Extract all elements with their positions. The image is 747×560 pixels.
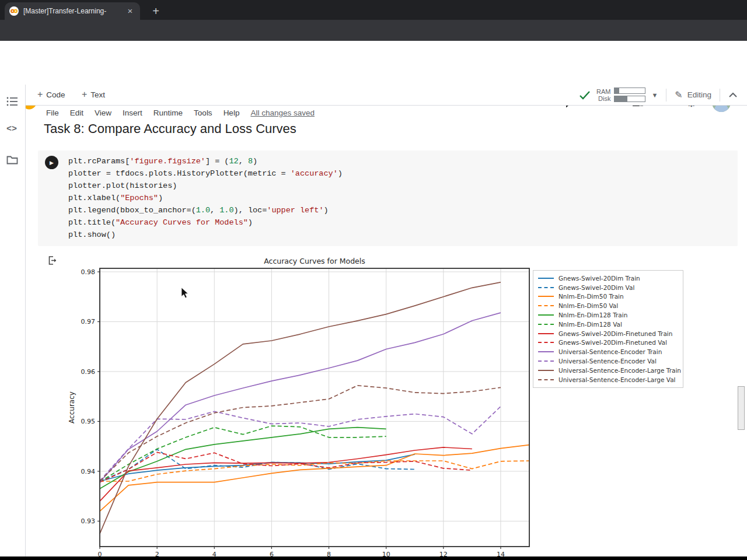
menu-item-tools[interactable]: Tools bbox=[194, 108, 212, 117]
resource-usage-bars[interactable] bbox=[614, 88, 645, 102]
add-text-label: Text bbox=[90, 90, 105, 99]
chart-legend: Gnews-Swivel-20Dim TrainGnews-Swivel-20D… bbox=[533, 270, 683, 388]
legend-line-sample bbox=[538, 379, 554, 380]
colab-header: [Master]Transfer-Learning-NLP-TF-Hub.ipy… bbox=[0, 41, 747, 85]
table-of-contents-icon[interactable] bbox=[6, 96, 18, 107]
colab-favicon-icon bbox=[9, 6, 19, 16]
markdown-section-title[interactable]: Task 8: Compare Accuracy and Loss Curves bbox=[44, 121, 296, 136]
colab-notebook-page: { "browser": { "tab_title": "[Master]Tra… bbox=[0, 0, 747, 560]
svg-text:0.96: 0.96 bbox=[81, 368, 96, 376]
legend-line-sample bbox=[538, 287, 554, 288]
pencil-icon: ✎ bbox=[675, 89, 682, 100]
legend-line-sample bbox=[538, 342, 554, 343]
plus-icon: + bbox=[37, 89, 43, 100]
legend-label: Universal-Sentence-Encoder Train bbox=[558, 348, 662, 355]
legend-line-sample bbox=[538, 296, 554, 297]
disk-usage-bar bbox=[614, 96, 645, 102]
legend-item: Nnlm-En-Dim128 Train bbox=[538, 310, 678, 320]
mouse-cursor bbox=[181, 287, 189, 299]
add-text-button[interactable]: + Text bbox=[82, 89, 105, 100]
legend-label: Nnlm-En-Dim50 Train bbox=[558, 293, 624, 300]
menu-item-insert[interactable]: Insert bbox=[123, 108, 142, 117]
code-line: plt.legend(bbox_to_anchor=(1.0, 1.0), lo… bbox=[68, 204, 343, 216]
editing-label: Editing bbox=[687, 90, 711, 99]
legend-label: Nnlm-En-Dim50 Val bbox=[558, 302, 618, 309]
svg-text:0.97: 0.97 bbox=[81, 318, 96, 326]
toolbar-divider bbox=[666, 89, 666, 102]
code-line: plotter = tfdocs.plots.HistoryPlotter(me… bbox=[68, 167, 343, 180]
legend-item: Universal-Sentence-Encoder-Large Train bbox=[538, 366, 678, 375]
legend-label: Gnews-Swivel-20Dim Val bbox=[558, 284, 634, 291]
disk-label: Disk bbox=[598, 95, 610, 102]
legend-label: Gnews-Swivel-20Dim-Finetuned Train bbox=[558, 330, 672, 337]
editing-mode-button[interactable]: ✎ Editing bbox=[675, 89, 711, 100]
legend-item: Gnews-Swivel-20Dim Train bbox=[538, 274, 678, 283]
resources-dropdown-icon[interactable]: ▼ bbox=[651, 92, 658, 99]
run-cell-button[interactable]: ▶ bbox=[45, 156, 58, 169]
legend-item: Gnews-Swivel-20Dim-Finetuned Train bbox=[538, 329, 678, 338]
menu-item-runtime[interactable]: Runtime bbox=[153, 108, 183, 117]
code-line: plt.title("Accuracy Curves for Models") bbox=[68, 216, 343, 229]
browser-url-bar: ← → colab.research.google.com /drive/16p… bbox=[0, 20, 747, 41]
legend-item: Nnlm-En-Dim50 Val bbox=[538, 301, 678, 310]
legend-line-sample bbox=[538, 314, 554, 316]
code-editor[interactable]: plt.rcParams['figure.figsize'] = (12, 8)… bbox=[68, 155, 343, 241]
left-sidebar: <> bbox=[0, 85, 26, 557]
legend-item: Nnlm-En-Dim50 Train bbox=[538, 292, 678, 302]
svg-text:0.94: 0.94 bbox=[81, 468, 96, 475]
add-code-label: Code bbox=[46, 90, 65, 99]
new-tab-button[interactable]: + bbox=[148, 4, 163, 19]
bottom-screen-bar bbox=[0, 556, 747, 560]
menu-item-file[interactable]: File bbox=[46, 108, 59, 117]
legend-label: Nnlm-En-Dim128 Val bbox=[558, 321, 622, 328]
menu-item-view[interactable]: View bbox=[95, 108, 111, 117]
svg-text:Accuracy: Accuracy bbox=[68, 391, 76, 424]
legend-item: Gnews-Swivel-20Dim Val bbox=[538, 283, 678, 292]
browser-tab[interactable]: [Master]Transfer-Learning- × bbox=[5, 2, 140, 20]
output-icon bbox=[48, 256, 57, 265]
legend-item: Universal-Sentence-Encoder Train bbox=[538, 347, 678, 356]
svg-text:0.93: 0.93 bbox=[81, 517, 96, 525]
code-cell[interactable]: ▶ plt.rcParams['figure.figsize'] = (12, … bbox=[38, 150, 738, 246]
legend-label: Gnews-Swivel-20Dim-Finetuned Val bbox=[558, 339, 667, 346]
code-snippets-icon[interactable]: <> bbox=[6, 124, 17, 134]
toolbar-divider bbox=[720, 89, 720, 102]
legend-label: Universal-Sentence-Encoder-Large Val bbox=[558, 376, 676, 383]
legend-label: Gnews-Swivel-20Dim Train bbox=[558, 275, 640, 282]
legend-line-sample bbox=[538, 351, 554, 352]
legend-line-sample bbox=[538, 324, 554, 325]
svg-text:Accuracy Curves for Models: Accuracy Curves for Models bbox=[264, 257, 365, 265]
menu-item-edit[interactable]: Edit bbox=[70, 108, 83, 117]
page-scrollbar-thumb[interactable] bbox=[738, 386, 745, 430]
legend-line-sample bbox=[538, 360, 554, 362]
menu-item-help[interactable]: Help bbox=[224, 108, 240, 117]
legend-item: Nnlm-En-Dim128 Val bbox=[538, 320, 678, 329]
legend-line-sample bbox=[538, 278, 554, 279]
menu-bar: FileEditViewInsertRuntimeToolsHelpAll ch… bbox=[46, 108, 315, 117]
legend-line-sample bbox=[538, 305, 554, 306]
plus-icon: + bbox=[82, 89, 87, 100]
legend-line-sample bbox=[538, 333, 554, 334]
legend-item: Universal-Sentence-Encoder-Large Val bbox=[538, 375, 678, 384]
browser-tab-strip: [Master]Transfer-Learning- × + bbox=[0, 0, 747, 20]
svg-text:0.95: 0.95 bbox=[81, 418, 96, 425]
connected-check-icon bbox=[579, 90, 591, 100]
autosave-status[interactable]: All changes saved bbox=[250, 108, 315, 117]
files-folder-icon[interactable] bbox=[6, 155, 18, 164]
legend-item: Universal-Sentence-Encoder Val bbox=[538, 356, 678, 366]
collapse-sections-icon[interactable] bbox=[728, 92, 738, 98]
ram-usage-bar bbox=[614, 88, 645, 94]
svg-text:0.98: 0.98 bbox=[81, 268, 96, 276]
legend-label: Universal-Sentence-Encoder-Large Train bbox=[558, 367, 681, 374]
code-line: plotter.plot(histories) bbox=[68, 180, 343, 192]
tab-close-icon[interactable]: × bbox=[125, 6, 135, 16]
tab-title: [Master]Transfer-Learning- bbox=[23, 7, 125, 15]
add-code-button[interactable]: + Code bbox=[37, 89, 65, 100]
legend-item: Gnews-Swivel-20Dim-Finetuned Val bbox=[538, 338, 678, 348]
code-line: plt.show() bbox=[68, 229, 343, 241]
cell-output-area: 0.930.940.950.960.970.9802468101214Accur… bbox=[38, 251, 738, 557]
code-line: plt.rcParams['figure.figsize'] = (12, 8) bbox=[68, 155, 343, 167]
legend-label: Universal-Sentence-Encoder Val bbox=[558, 358, 657, 365]
notebook-toolbar: + Code + Text RAM Disk ▼ ✎ Editing bbox=[26, 85, 747, 106]
legend-label: Nnlm-En-Dim128 Train bbox=[558, 312, 627, 318]
